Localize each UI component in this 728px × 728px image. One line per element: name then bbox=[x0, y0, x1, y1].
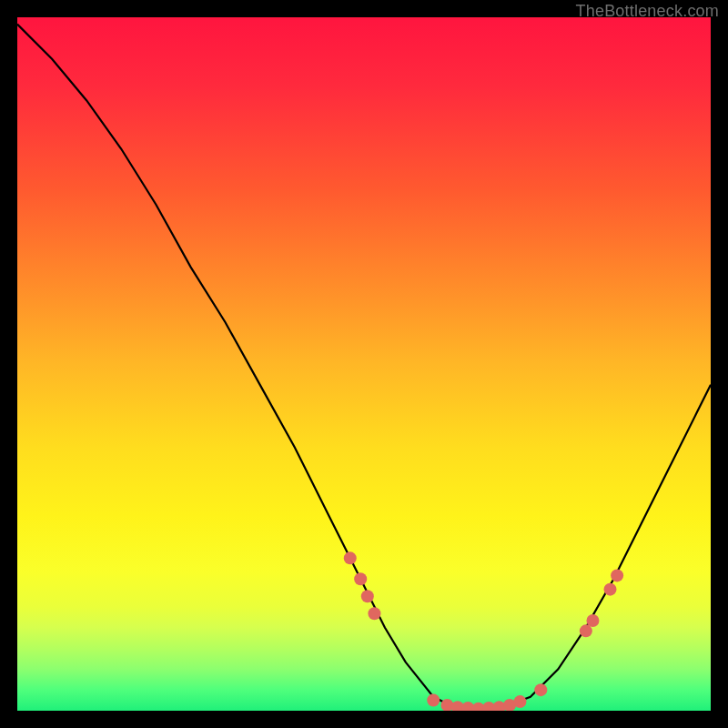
chart-curve bbox=[17, 25, 711, 709]
chart-frame bbox=[0, 0, 728, 728]
chart-marker bbox=[586, 614, 599, 627]
chart-marker bbox=[368, 607, 380, 620]
chart-marker bbox=[344, 551, 357, 564]
chart-marker bbox=[611, 569, 623, 581]
chart-marker bbox=[580, 624, 592, 637]
chart-marker bbox=[534, 683, 547, 696]
watermark-text: TheBottleneck.com bbox=[576, 2, 719, 21]
chart-overlay bbox=[17, 17, 711, 711]
chart-markers bbox=[344, 551, 623, 711]
chart-marker bbox=[513, 695, 526, 708]
chart-marker bbox=[361, 590, 374, 602]
chart-marker bbox=[604, 583, 617, 596]
chart-marker bbox=[427, 694, 440, 707]
chart-marker bbox=[354, 572, 367, 585]
